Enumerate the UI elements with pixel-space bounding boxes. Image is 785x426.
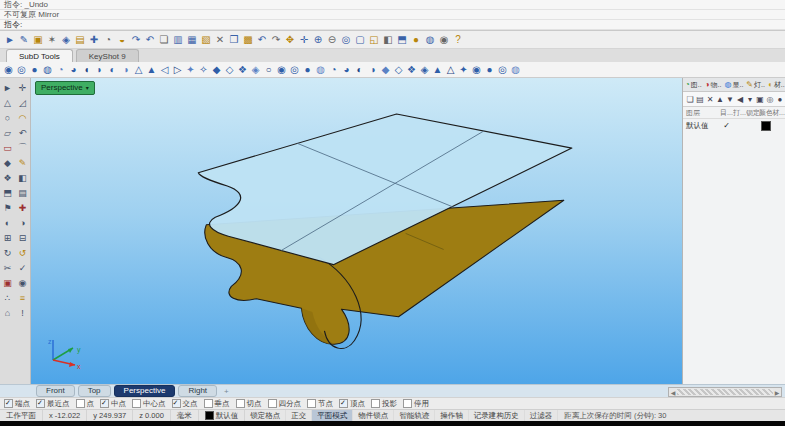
osnap-checkbox[interactable] — [371, 399, 380, 408]
status-toggle[interactable]: 平面模式 — [312, 410, 353, 421]
layer-color-swatch[interactable] — [761, 121, 771, 131]
palette-tool-icon[interactable]: ≡ — [15, 290, 30, 305]
palette-tool-icon[interactable]: ✛ — [15, 80, 30, 95]
palette-tool-icon[interactable]: ✓ — [15, 260, 30, 275]
palette-tool-icon[interactable]: ↶ — [15, 125, 30, 140]
palette-tool-icon[interactable]: ◠ — [15, 110, 30, 125]
toolbar-icon[interactable]: ↶ — [143, 33, 157, 47]
subd-tool-icon[interactable]: ◔ — [54, 63, 67, 76]
subd-tool-icon[interactable]: ✦ — [184, 63, 197, 76]
palette-tool-icon[interactable]: ▤ — [15, 185, 30, 200]
subd-tool-icon[interactable]: ◉ — [2, 63, 15, 76]
osnap-checkbox[interactable] — [4, 399, 13, 408]
subd-tool-icon[interactable]: ◉ — [470, 63, 483, 76]
palette-tool-icon[interactable]: ⌒ — [15, 140, 30, 155]
command-prompt[interactable]: 指令: — [0, 20, 785, 30]
toolbar-icon[interactable]: ✶ — [45, 33, 59, 47]
subd-tool-icon[interactable]: ◎ — [288, 63, 301, 76]
layers-toolbar-icon[interactable]: ▤ — [695, 93, 705, 105]
osnap-toggle[interactable]: 投影 — [371, 399, 397, 409]
layers-toolbar-icon[interactable]: ◀ — [735, 93, 745, 105]
osnap-checkbox[interactable] — [172, 399, 181, 408]
palette-tool-icon[interactable]: ⬒ — [0, 185, 15, 200]
palette-tool-icon[interactable]: ▣ — [0, 275, 15, 290]
osnap-checkbox[interactable] — [307, 399, 316, 408]
cplane-button[interactable]: 工作平面 — [0, 410, 43, 421]
osnap-checkbox[interactable] — [236, 399, 245, 408]
toolbar-icon[interactable]: ▣ — [31, 33, 45, 47]
osnap-checkbox[interactable] — [76, 399, 85, 408]
layers-toolbar-icon[interactable]: ✕ — [705, 93, 715, 105]
status-toggle[interactable]: 智能轨迹 — [394, 410, 435, 421]
scrollbar-thumb[interactable] — [677, 389, 773, 395]
toolbar-icon[interactable]: ◈ — [59, 33, 73, 47]
palette-tool-icon[interactable]: ✎ — [15, 155, 30, 170]
palette-tool-icon[interactable]: ◆ — [0, 155, 15, 170]
subd-tool-icon[interactable]: △ — [132, 63, 145, 76]
subd-tool-icon[interactable]: ◇ — [392, 63, 405, 76]
subd-tool-icon[interactable]: ❖ — [236, 63, 249, 76]
osnap-toggle[interactable]: 垂点 — [204, 399, 230, 409]
subd-tool-icon[interactable]: ◎ — [496, 63, 509, 76]
osnap-checkbox[interactable] — [339, 399, 348, 408]
subd-tool-icon[interactable]: ◈ — [418, 63, 431, 76]
toolbar-icon[interactable]: ❐ — [227, 33, 241, 47]
scroll-right-icon[interactable]: ▶ — [773, 389, 781, 396]
current-layer-indicator[interactable]: 默认值 — [199, 410, 246, 421]
toolbar-icon[interactable]: ◉ — [437, 33, 451, 47]
layers-toolbar-icon[interactable]: ▣ — [755, 93, 765, 105]
layer-name[interactable]: 默认值 — [683, 121, 720, 131]
subd-tool-icon[interactable]: ◖ — [80, 63, 93, 76]
layer-row[interactable]: 默认值 ✓ — [683, 119, 785, 132]
palette-tool-icon[interactable]: ✚ — [15, 200, 30, 215]
panel-tab[interactable]: ◑ 物.. — [704, 79, 723, 91]
panel-tab[interactable]: ◍ 显.. — [723, 79, 744, 91]
palette-tool-icon[interactable]: ◿ — [15, 95, 30, 110]
viewport-tab[interactable]: Right — [178, 385, 217, 397]
toolbar-tab[interactable]: KeyShot 9 — [76, 49, 139, 62]
subd-tool-icon[interactable]: ◍ — [509, 63, 522, 76]
toolbar-icon[interactable]: ► — [3, 33, 17, 47]
palette-tool-icon[interactable]: △ — [0, 95, 15, 110]
status-toggle[interactable]: 正交 — [286, 410, 312, 421]
palette-tool-icon[interactable]: ◑ — [15, 215, 30, 230]
subd-tool-icon[interactable]: ◆ — [210, 63, 223, 76]
palette-tool-icon[interactable]: ❖ — [0, 170, 15, 185]
layers-toolbar-icon[interactable]: ● — [775, 93, 785, 105]
toolbar-icon[interactable]: ◍ — [423, 33, 437, 47]
palette-tool-icon[interactable]: ○ — [0, 110, 15, 125]
osnap-toggle[interactable]: 交点 — [172, 399, 198, 409]
toolbar-tab[interactable]: SubD Tools — [6, 49, 73, 62]
palette-tool-icon[interactable]: ⚑ — [0, 200, 15, 215]
viewport-tab[interactable]: Top — [78, 385, 111, 397]
toolbar-icon[interactable]: ✕ — [213, 33, 227, 47]
osnap-toggle[interactable]: 停用 — [403, 399, 429, 409]
status-toggle[interactable]: 记录建构历史 — [469, 410, 525, 421]
palette-tool-icon[interactable]: ! — [15, 305, 30, 320]
toolbar-icon[interactable]: ↷ — [129, 33, 143, 47]
subd-tool-icon[interactable]: ◐ — [353, 63, 366, 76]
subd-tool-icon[interactable]: ◇ — [223, 63, 236, 76]
toolbar-icon[interactable]: ▢ — [353, 33, 367, 47]
subd-tool-icon[interactable]: ◕ — [340, 63, 353, 76]
subd-tool-icon[interactable]: ◑ — [119, 63, 132, 76]
osnap-toggle[interactable]: 节点 — [307, 399, 333, 409]
osnap-checkbox[interactable] — [268, 399, 277, 408]
subd-tool-icon[interactable]: ● — [483, 63, 496, 76]
status-toggle[interactable]: 操作轴 — [435, 410, 469, 421]
panel-tab[interactable]: ◔ 图.. — [684, 79, 703, 91]
command-area[interactable]: 指令: _Undo 不可复原 Mirror 指令: — [0, 0, 785, 31]
subd-tool-icon[interactable]: ◎ — [15, 63, 28, 76]
units-indicator[interactable]: 毫米 — [171, 410, 199, 421]
toolbar-icon[interactable]: ↷ — [269, 33, 283, 47]
osnap-toggle[interactable]: 中点 — [100, 399, 126, 409]
toolbar-icon[interactable]: ◎ — [339, 33, 353, 47]
osnap-toggle[interactable]: 四分点 — [268, 399, 302, 409]
subd-tool-icon[interactable]: ▷ — [171, 63, 184, 76]
3d-scene[interactable] — [31, 78, 682, 384]
toolbar-icon[interactable]: ◒ — [115, 33, 129, 47]
subd-tool-icon[interactable]: ● — [301, 63, 314, 76]
subd-tool-icon[interactable]: ❖ — [405, 63, 418, 76]
osnap-checkbox[interactable] — [36, 399, 45, 408]
palette-tool-icon[interactable]: ▱ — [0, 125, 15, 140]
